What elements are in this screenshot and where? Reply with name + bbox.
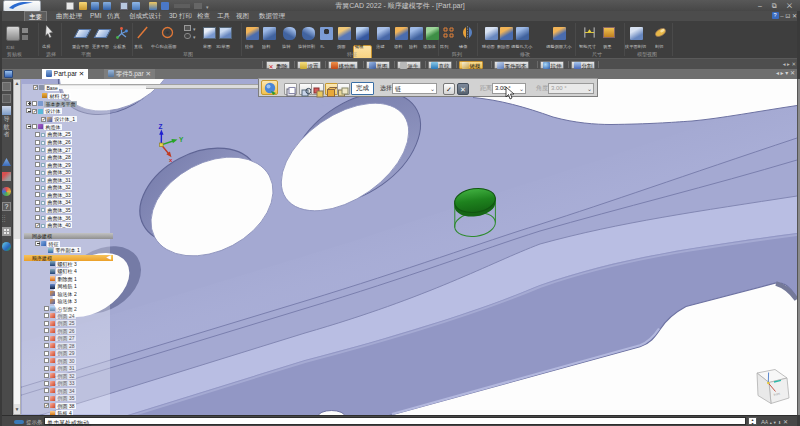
- svg-text:Z: Z: [158, 123, 162, 130]
- svg-text:Y: Y: [179, 136, 184, 143]
